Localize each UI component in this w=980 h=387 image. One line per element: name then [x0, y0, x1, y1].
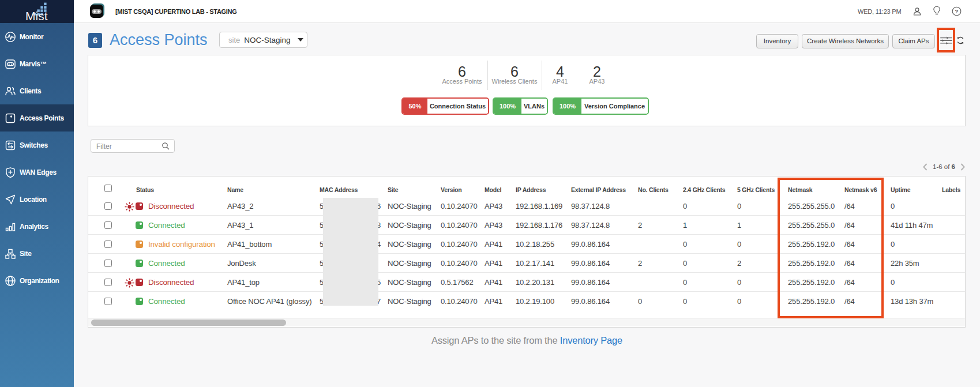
svg-text:Mist: Mist — [25, 9, 48, 22]
svg-text:?: ? — [955, 8, 959, 14]
